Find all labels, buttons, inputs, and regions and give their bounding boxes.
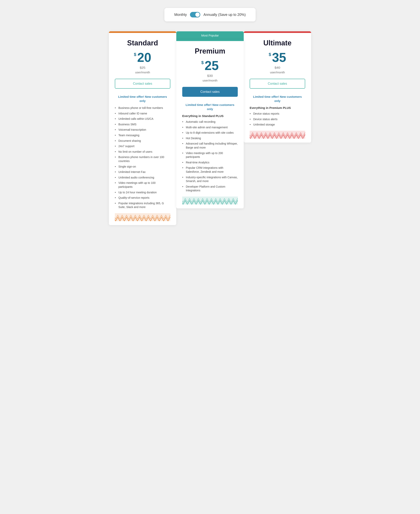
offer-text-ultimate: Limited time offer! New customers only: [250, 95, 305, 103]
price-row-ultimate: $ 35: [250, 51, 305, 64]
feature-item: Unlimited calls within US/CA: [115, 117, 170, 121]
contact-btn-premium[interactable]: Contact sales: [182, 87, 238, 97]
feature-list-standard: Business phone or toll-free numbersInbou…: [115, 106, 170, 209]
offer-text-standard: Limited time offer! New customers only: [115, 95, 170, 103]
feature-item: Real-time Analytics: [182, 161, 238, 164]
billing-toggle-section: Monthly Annually (Save up to 20%): [4, 8, 416, 22]
price-sup-ultimate: $: [269, 52, 271, 57]
price-main-standard: 20: [137, 50, 151, 65]
features-header-premium: Everything in Standard PLUS: [182, 114, 238, 118]
feature-item: Multi-site admin and management: [182, 126, 238, 129]
feature-item: Document sharing: [115, 139, 170, 143]
price-row-premium: $ 25: [182, 59, 238, 72]
feature-item: Industry-specific integrations with Canv…: [182, 176, 238, 183]
plan-name-premium: Premium: [182, 47, 238, 55]
plan-card-premium: Premium $ 25 $30user/monthContact salesL…: [176, 39, 244, 209]
price-period-standard: user/month: [115, 71, 170, 74]
price-sup-standard: $: [134, 52, 136, 57]
plan-name-ultimate: Ultimate: [250, 39, 305, 47]
feature-item: Advanced call handling including Whisper…: [182, 142, 238, 149]
plan-card-standard: Standard $ 20 $25user/monthContact sales…: [109, 31, 176, 225]
feature-item: Single sign-on: [115, 165, 170, 169]
plan-top-bar-standard: [109, 31, 176, 33]
bottom-pattern-ultimate: [250, 131, 305, 139]
billing-toggle-card: Monthly Annually (Save up to 20%): [164, 8, 256, 22]
price-main-ultimate: 35: [272, 50, 286, 65]
feature-item: Up to 24 hour meeting duration: [115, 191, 170, 194]
feature-item: Quality-of-service reports: [115, 196, 170, 200]
feature-item: Unlimited Internet Fax: [115, 170, 170, 174]
plan-column-standard: Standard $ 20 $25user/monthContact sales…: [109, 31, 176, 225]
features-header-ultimate: Everything in Premium PLUS: [250, 106, 305, 110]
price-period-premium: user/month: [182, 79, 238, 82]
bottom-pattern-premium: [182, 196, 238, 204]
feature-item: Unlimited storage: [250, 123, 305, 127]
feature-list-ultimate: Device status reportsDevice status alert…: [250, 112, 305, 127]
feature-item: Video meetings with up to 200 participan…: [182, 151, 238, 159]
feature-item: 24x7 support: [115, 144, 170, 148]
annually-label: Annually (Save up to 20%): [203, 13, 246, 17]
feature-item: Device status alerts: [250, 117, 305, 121]
plan-top-bar-ultimate: [244, 31, 311, 33]
contact-btn-standard[interactable]: Contact sales: [115, 79, 170, 89]
feature-item: Business phone or toll-free numbers: [115, 106, 170, 110]
feature-item: Business SMS: [115, 123, 170, 127]
price-old-premium: $30: [182, 74, 238, 78]
price-period-ultimate: user/month: [250, 71, 305, 74]
plan-body-ultimate: Ultimate $ 35 $40user/monthContact sales…: [244, 33, 311, 142]
plans-container: Standard $ 20 $25user/monthContact sales…: [101, 31, 319, 225]
feature-item: No limit on number of users: [115, 150, 170, 154]
price-sup-premium: $: [201, 60, 204, 65]
plan-top-bar-premium: [176, 39, 244, 41]
plan-card-ultimate: Ultimate $ 35 $40user/monthContact sales…: [244, 31, 311, 142]
feature-item: Developer Platform and Custom Integratio…: [182, 185, 238, 193]
price-old-ultimate: $40: [250, 66, 305, 70]
plan-column-premium: Most PopularPremium $ 25 $30user/monthCo…: [176, 31, 244, 209]
plan-column-ultimate: Ultimate $ 35 $40user/monthContact sales…: [244, 31, 311, 142]
feature-item: Popular CRM integrations with Salesforce…: [182, 166, 238, 174]
feature-item: Automatic call recording: [182, 120, 238, 124]
feature-item: Up to 8 digit extensions with site codes: [182, 131, 238, 135]
most-popular-badge: Most Popular: [176, 31, 244, 39]
plan-name-standard: Standard: [115, 39, 170, 47]
feature-item: Team messaging: [115, 134, 170, 137]
price-main-premium: 25: [205, 59, 219, 73]
bottom-pattern-standard: [115, 213, 170, 221]
feature-item: Business phone numbers in over 100 count…: [115, 155, 170, 163]
feature-item: Voicemail transcription: [115, 128, 170, 132]
price-old-standard: $25: [115, 66, 170, 70]
offer-text-premium: Limited time offer! New customers only: [182, 103, 238, 111]
feature-item: Device status reports: [250, 112, 305, 116]
monthly-label: Monthly: [174, 13, 187, 17]
feature-list-premium: Automatic call recordingMulti-site admin…: [182, 120, 238, 193]
billing-toggle[interactable]: [190, 12, 200, 17]
feature-item: Inbound caller ID name: [115, 112, 170, 116]
plan-body-premium: Premium $ 25 $30user/monthContact salesL…: [176, 41, 244, 209]
contact-btn-ultimate[interactable]: Contact sales: [250, 79, 305, 89]
feature-item: Unlimited audio conferencing: [115, 176, 170, 180]
price-row-standard: $ 20: [115, 51, 170, 64]
feature-item: Video meetings with up to 100 participan…: [115, 181, 170, 189]
feature-item: Popular integrations including 365, G Su…: [115, 201, 170, 209]
plan-body-standard: Standard $ 20 $25user/monthContact sales…: [109, 33, 176, 225]
feature-item: Hot Desking: [182, 136, 238, 140]
